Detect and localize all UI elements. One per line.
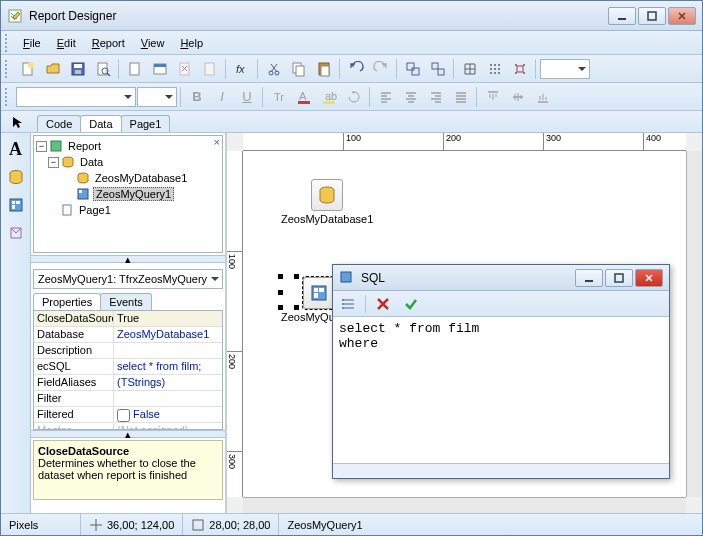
highlight-button[interactable]: ab (317, 85, 341, 109)
valign-mid-button[interactable] (506, 85, 530, 109)
redo-button[interactable] (369, 57, 393, 81)
align-center-button[interactable] (399, 85, 423, 109)
property-grid[interactable]: CloseDataSourceTrue DatabaseZeosMyDataba… (33, 310, 223, 430)
copy-button[interactable] (287, 57, 311, 81)
variables-button[interactable]: fx (230, 57, 254, 81)
zoom-combo[interactable] (540, 59, 590, 79)
valign-bottom-button[interactable] (531, 85, 555, 109)
sql-ok-button[interactable] (399, 292, 423, 316)
align-right-button[interactable] (424, 85, 448, 109)
svg-rect-1 (618, 18, 626, 20)
tb1-grip[interactable] (5, 60, 11, 78)
svg-point-39 (490, 72, 492, 74)
canvas-h-scrollbar[interactable] (243, 497, 686, 513)
preview-button[interactable] (91, 57, 115, 81)
canvas-database-object[interactable]: ZeosMyDatabase1 (281, 179, 373, 225)
object-selector[interactable]: ZeosMyQuery1: TfrxZeosMyQuery (33, 269, 223, 289)
tree-node-query[interactable]: ZeosMyQuery1 (36, 186, 220, 202)
sql-toolbar (333, 291, 669, 317)
tab-events[interactable]: Events (100, 293, 152, 310)
menu-report[interactable]: Report (84, 35, 133, 51)
tab-code[interactable]: Code (37, 115, 81, 132)
sql-maximize-button[interactable] (605, 269, 633, 287)
tb2-grip[interactable] (5, 88, 11, 106)
svg-rect-94 (314, 293, 318, 298)
maximize-button[interactable] (638, 7, 666, 25)
group-button[interactable] (401, 57, 425, 81)
svg-rect-93 (319, 288, 324, 292)
svg-rect-88 (79, 190, 82, 193)
font-color-button[interactable]: A (292, 85, 316, 109)
svg-point-37 (494, 68, 496, 70)
new-page-button[interactable] (123, 57, 147, 81)
filtered-checkbox[interactable] (117, 409, 130, 422)
sql-close-button[interactable] (635, 269, 663, 287)
delete-page-button[interactable] (173, 57, 197, 81)
tree-close-icon[interactable]: × (214, 136, 220, 148)
close-button[interactable] (668, 7, 696, 25)
svg-rect-106 (193, 520, 203, 530)
status-object: ZeosMyQuery1 (279, 514, 702, 535)
tree-node-db[interactable]: ZeosMyDatabase1 (36, 170, 220, 186)
tab-page1[interactable]: Page1 (121, 115, 171, 132)
sql-cancel-button[interactable] (371, 292, 395, 316)
font-combo[interactable] (16, 87, 136, 107)
paste-button[interactable] (312, 57, 336, 81)
new-dialog-button[interactable] (148, 57, 172, 81)
fit-grid-button[interactable] (508, 57, 532, 81)
canvas-v-scrollbar[interactable] (686, 151, 702, 497)
tab-properties[interactable]: Properties (33, 293, 101, 310)
open-button[interactable] (41, 57, 65, 81)
menu-file[interactable]: File (15, 35, 49, 51)
status-position: 36,00; 124,00 (81, 514, 183, 535)
prop-row: Description (34, 343, 222, 359)
sql-titlebar[interactable]: SQL (333, 265, 669, 291)
ungroup-button[interactable] (426, 57, 450, 81)
menu-edit[interactable]: Edit (49, 35, 84, 51)
sql-minimize-button[interactable] (575, 269, 603, 287)
cut-button[interactable] (262, 57, 286, 81)
italic-button[interactable]: I (210, 85, 234, 109)
tree-node-page[interactable]: Page1 (36, 202, 220, 218)
valign-top-button[interactable] (481, 85, 505, 109)
bold-button[interactable]: B (185, 85, 209, 109)
db-tool[interactable] (4, 165, 28, 189)
tab-data[interactable]: Data (80, 115, 121, 132)
text-tool[interactable]: A (4, 137, 28, 161)
rotate-button[interactable] (342, 85, 366, 109)
sql-list-button[interactable] (337, 292, 361, 316)
svg-rect-89 (63, 205, 71, 215)
undo-button[interactable] (344, 57, 368, 81)
new-button[interactable] (16, 57, 40, 81)
underline-button[interactable]: U (235, 85, 259, 109)
font-settings-button[interactable]: Tr (267, 85, 291, 109)
main-area: A × −Report −Data ZeosMyDatabase1 ZeosMy… (1, 133, 702, 513)
page-settings-button[interactable] (198, 57, 222, 81)
show-grid-button[interactable] (458, 57, 482, 81)
svg-rect-84 (51, 141, 61, 151)
svg-rect-7 (75, 70, 81, 74)
size-combo[interactable] (137, 87, 177, 107)
menu-grip[interactable] (5, 34, 11, 52)
svg-point-102 (342, 303, 344, 305)
report-tree[interactable]: × −Report −Data ZeosMyDatabase1 ZeosMyQu… (33, 135, 223, 253)
other-tool[interactable] (4, 221, 28, 245)
align-grid-button[interactable] (483, 57, 507, 81)
svg-text:A: A (299, 90, 307, 102)
query-tool[interactable] (4, 193, 28, 217)
align-justify-button[interactable] (449, 85, 473, 109)
tree-node-data[interactable]: −Data (36, 154, 220, 170)
prop-row: CloseDataSourceTrue (34, 311, 222, 327)
align-left-button[interactable] (374, 85, 398, 109)
splitter-1[interactable]: ▴ (31, 255, 225, 263)
menu-view[interactable]: View (133, 35, 173, 51)
tree-node-report[interactable]: −Report (36, 138, 220, 154)
splitter-2[interactable]: ▴ (31, 430, 225, 438)
minimize-button[interactable] (608, 7, 636, 25)
menu-help[interactable]: Help (172, 35, 211, 51)
sql-window[interactable]: SQL select * from film where (332, 264, 670, 479)
sql-editor[interactable]: select * from film where (333, 317, 669, 464)
save-button[interactable] (66, 57, 90, 81)
pointer-tool[interactable] (7, 112, 27, 132)
svg-text:ab: ab (325, 90, 337, 102)
